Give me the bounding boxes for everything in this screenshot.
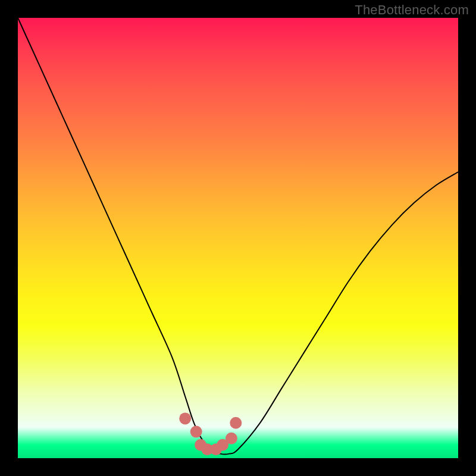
marker-dot [190, 426, 202, 438]
plot-svg [18, 18, 458, 458]
marker-dot [230, 417, 242, 429]
bottleneck-curve [18, 18, 458, 455]
plot-area [18, 18, 458, 458]
marker-dot [226, 433, 237, 444]
watermark-text: TheBottleneck.com [355, 2, 469, 18]
chart-frame: TheBottleneck.com [0, 0, 476, 476]
bottom-marker-dots [179, 412, 242, 455]
marker-dot [179, 412, 191, 424]
